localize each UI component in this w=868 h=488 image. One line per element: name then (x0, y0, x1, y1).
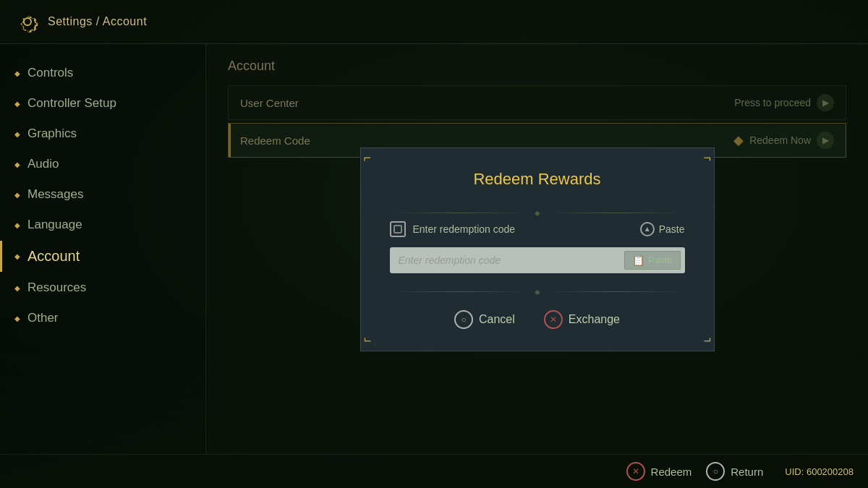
sidebar-item-account[interactable]: ◆ Account (0, 241, 205, 272)
main-content: Account User Center Press to proceed ▶ R… (206, 44, 868, 454)
bullet-icon: ◆ (14, 130, 20, 138)
redeem-modal: ⌐ ⌐ ⌐ ⌐ Redeem Rewards ◆ (360, 147, 715, 351)
clipboard-icon: 📋 (632, 254, 644, 266)
sidebar-item-controller-setup[interactable]: ◆ Controller Setup (0, 89, 205, 118)
modal-actions: ○ Cancel ✕ Exchange (390, 310, 685, 329)
header-title: Settings / Account (48, 15, 147, 28)
sidebar-item-other[interactable]: ◆ Other (0, 304, 205, 333)
sidebar-item-resources[interactable]: ◆ Resources (0, 273, 205, 302)
sidebar-item-controls[interactable]: ◆ Controls (0, 59, 205, 87)
bullet-icon: ◆ (14, 221, 20, 229)
cancel-button[interactable]: ○ Cancel (454, 310, 515, 329)
bullet-icon: ◆ (14, 160, 20, 168)
sidebar: ◆ Controls ◆ Controller Setup ◆ Graphics… (0, 44, 206, 454)
divider-diamond-icon: ◆ (535, 209, 540, 217)
code-input-wrapper[interactable]: 📋 Paste (390, 247, 685, 273)
divider-bottom: ◆ (390, 288, 685, 296)
sidebar-item-messages[interactable]: ◆ Messages (0, 180, 205, 209)
exchange-button[interactable]: ✕ Exchange (544, 310, 620, 329)
paste-input-button[interactable]: 📋 Paste (624, 251, 680, 270)
bullet-icon: ◆ (14, 252, 20, 260)
svg-rect-0 (394, 226, 401, 233)
corner-bottom-left: ⌐ (364, 335, 377, 348)
uid-label: UID: 600200208 (785, 466, 854, 477)
exchange-circle-icon: ✕ (544, 310, 563, 329)
bullet-icon: ◆ (14, 69, 20, 77)
corner-top-left: ⌐ (364, 151, 377, 164)
corner-top-right: ⌐ (698, 151, 711, 164)
modal-instruction: Enter redemption code ▲ Paste (390, 221, 685, 237)
redeem-icon: ✕ (626, 462, 645, 481)
gear-icon (14, 9, 41, 35)
bottom-bar: ✕ Redeem ○ Return UID: 600200208 (0, 454, 868, 488)
instruction-text: Enter redemption code (413, 223, 633, 235)
bullet-icon: ◆ (14, 284, 20, 292)
modal-title: Redeem Rewards (390, 170, 685, 189)
corner-bottom-right: ⌐ (698, 335, 711, 348)
sidebar-item-language[interactable]: ◆ Language (0, 210, 205, 239)
triangle-icon: ▲ (640, 222, 655, 236)
divider-diamond-icon: ◆ (535, 288, 540, 296)
bullet-icon: ◆ (14, 314, 20, 322)
return-bottom-button[interactable]: ○ Return (706, 462, 763, 481)
return-icon: ○ (706, 462, 725, 481)
sidebar-item-audio[interactable]: ◆ Audio (0, 150, 205, 179)
paste-top: ▲ Paste (640, 222, 685, 236)
sidebar-item-graphics[interactable]: ◆ Graphics (0, 119, 205, 148)
redemption-code-input[interactable] (399, 249, 625, 272)
redeem-bottom-button[interactable]: ✕ Redeem (626, 462, 692, 481)
bullet-icon: ◆ (14, 100, 20, 108)
bullet-icon: ◆ (14, 191, 20, 199)
divider-top: ◆ (390, 209, 685, 217)
cancel-circle-icon: ○ (454, 310, 473, 329)
modal-backdrop: ⌐ ⌐ ⌐ ⌐ Redeem Rewards ◆ (206, 44, 868, 454)
header: Settings / Account (0, 0, 868, 44)
square-button-icon (390, 221, 406, 237)
